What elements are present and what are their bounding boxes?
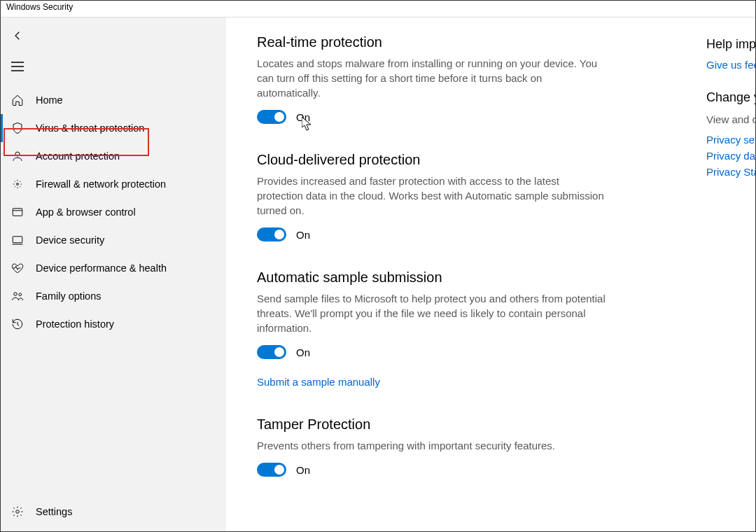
nav-list: Home Virus & threat protection Account p… [1, 86, 226, 338]
sidebar-item-label: Device security [36, 234, 104, 246]
section-title: Automatic sample submission [257, 270, 678, 286]
back-button[interactable] [4, 22, 31, 50]
sidebar-item-account[interactable]: Account protection [1, 142, 226, 170]
privacy-statement-link[interactable]: Privacy Statement [706, 166, 755, 178]
section-title: Cloud-delivered protection [257, 152, 678, 168]
help-title: Help improve Windows Security [706, 37, 755, 52]
section-sample-submission: Automatic sample submission Send sample … [257, 270, 678, 388]
right-panel: Help improve Windows Security Give us fe… [706, 18, 755, 531]
sidebar-item-virus-threat[interactable]: Virus & threat protection [1, 114, 226, 142]
toggle-state-label: On [296, 229, 310, 241]
firewall-icon [10, 178, 24, 190]
sidebar-item-firewall[interactable]: Firewall & network protection [1, 170, 226, 198]
app-browser-icon [10, 206, 24, 218]
section-tamper: Tamper Protection Prevents others from t… [257, 416, 678, 477]
gear-icon [10, 505, 24, 518]
sidebar-item-family[interactable]: Family options [1, 282, 226, 310]
toggle-row: On [257, 345, 678, 359]
sidebar-item-device-security[interactable]: Device security [1, 226, 226, 254]
sidebar: Home Virus & threat protection Account p… [1, 18, 226, 531]
section-desc: Send sample files to Microsoft to help p… [257, 291, 607, 335]
svg-rect-2 [13, 209, 22, 216]
privacy-desc: View and change privacy settings for you… [706, 112, 755, 127]
sidebar-item-performance[interactable]: Device performance & health [1, 254, 226, 282]
toggle-state-label: On [296, 464, 310, 476]
history-icon [10, 318, 24, 330]
submit-sample-link[interactable]: Submit a sample manually [257, 376, 380, 388]
sidebar-item-label: Firewall & network protection [36, 178, 166, 190]
sidebar-item-history[interactable]: Protection history [1, 310, 226, 338]
section-cloud: Cloud-delivered protection Provides incr… [257, 152, 678, 241]
section-title: Real-time protection [257, 34, 678, 50]
family-icon [10, 290, 24, 302]
svg-rect-3 [13, 237, 22, 243]
svg-point-0 [15, 152, 20, 156]
section-desc: Locates and stops malware from installin… [257, 56, 607, 100]
tamper-toggle[interactable] [257, 463, 286, 477]
svg-point-6 [16, 510, 20, 514]
sidebar-item-app-browser[interactable]: App & browser control [1, 198, 226, 226]
sidebar-item-label: Settings [36, 506, 72, 517]
toggle-row: On [257, 227, 678, 241]
hamburger-icon [11, 62, 24, 71]
privacy-dashboard-link[interactable]: Privacy dashboard [706, 150, 755, 162]
feedback-link[interactable]: Give us feedback [706, 59, 755, 71]
privacy-block: Change your privacy settings View and ch… [706, 90, 755, 178]
sidebar-item-label: Protection history [36, 318, 114, 330]
heart-pulse-icon [10, 262, 24, 274]
main-content: Real-time protection Locates and stops m… [226, 18, 706, 531]
toggle-state-label: On [296, 111, 310, 123]
privacy-settings-link[interactable]: Privacy settings [706, 134, 755, 146]
sidebar-item-label: Home [36, 94, 63, 106]
svg-point-5 [19, 293, 22, 296]
sidebar-item-label: Device performance & health [36, 262, 167, 274]
sidebar-item-home[interactable]: Home [1, 86, 226, 114]
svg-point-4 [14, 293, 18, 296]
device-security-icon [10, 234, 24, 246]
sidebar-footer: Settings [1, 498, 226, 531]
sidebar-item-label: Family options [36, 290, 101, 302]
sidebar-item-label: App & browser control [36, 206, 136, 218]
svg-point-1 [17, 183, 19, 186]
hamburger-button[interactable] [4, 52, 31, 80]
realtime-toggle[interactable] [257, 110, 286, 124]
sidebar-item-label: Account protection [36, 150, 120, 162]
toggle-row: On [257, 110, 678, 124]
section-desc: Prevents others from tampering with impo… [257, 438, 607, 453]
back-arrow-icon [11, 29, 24, 42]
cloud-toggle[interactable] [257, 227, 286, 241]
section-desc: Provides increased and faster protection… [257, 174, 607, 218]
app-root: Home Virus & threat protection Account p… [1, 18, 755, 531]
home-icon [10, 94, 24, 106]
section-realtime: Real-time protection Locates and stops m… [257, 34, 678, 124]
toggle-state-label: On [296, 346, 310, 358]
section-title: Tamper Protection [257, 416, 678, 433]
toggle-row: On [257, 463, 678, 477]
sidebar-item-settings[interactable]: Settings [1, 498, 226, 526]
shield-icon [10, 122, 24, 134]
privacy-title: Change your privacy settings [706, 90, 755, 105]
window-title: Windows Security [1, 1, 755, 18]
help-block: Help improve Windows Security Give us fe… [706, 37, 755, 71]
sample-toggle[interactable] [257, 345, 286, 359]
account-icon [10, 150, 24, 162]
sidebar-item-label: Virus & threat protection [36, 122, 144, 134]
